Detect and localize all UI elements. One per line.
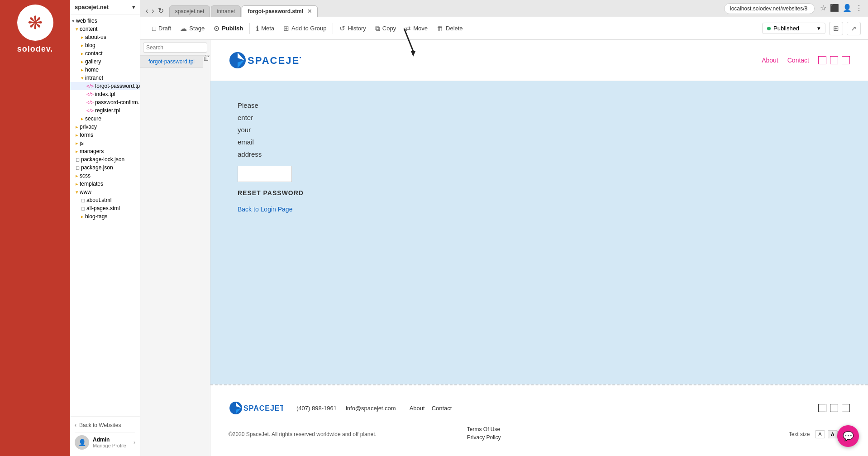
tree-item-js[interactable]: ▸ js [70, 139, 140, 147]
folder-icon: ▸ [81, 214, 84, 220]
account-icon[interactable]: 👤 [841, 2, 854, 14]
footer-spacejet-logo: SPACEJET [229, 399, 283, 417]
tree-item-blog[interactable]: ▸ blog [70, 41, 140, 49]
site-footer: SPACEJET (407) 898-1961 info@spacejet.co… [210, 384, 868, 456]
folder-icon: ▸ [81, 59, 84, 65]
nav-contact-link[interactable]: Contact [787, 57, 809, 64]
tree-label: all-pages.stml [86, 205, 120, 211]
back-to-websites-link[interactable]: ‹ Back to Websites [75, 420, 135, 430]
back-to-login-link[interactable]: Back to Login Page [238, 206, 841, 213]
back-button[interactable]: ‹ [144, 5, 150, 17]
reload-button[interactable]: ↻ [156, 5, 166, 17]
stage-button[interactable]: ☁ Stage [176, 22, 209, 35]
forward-button[interactable]: › [150, 5, 156, 17]
folder-icon: ▸ [76, 173, 78, 179]
label-line4: email [238, 138, 254, 146]
external-link-button[interactable]: ↗ [847, 22, 861, 35]
template-delete-button[interactable]: 🗑 [203, 54, 210, 62]
footer-phone: (407) 898-1961 [296, 405, 337, 412]
content-area: forgot-password.tpl 🗑 SPACEJET [140, 40, 868, 456]
tree-item-web-files[interactable]: ▾ web files [70, 17, 140, 25]
footer-terms-link[interactable]: Terms Of Use [467, 426, 501, 432]
move-button[interactable]: ⇄ Move [401, 22, 432, 35]
text-size-small-label: A [818, 432, 821, 437]
nav-about-link[interactable]: About [762, 57, 778, 64]
admin-avatar: 👤 [75, 435, 89, 450]
extensions-icon[interactable]: ⬛ [828, 2, 841, 14]
tree-item-all-pages-stml[interactable]: ◻ all-pages.stml [70, 204, 140, 212]
tree-item-secure[interactable]: ▸ secure [70, 115, 140, 123]
tree-item-about-us[interactable]: ▸ about-us [70, 33, 140, 41]
tree-item-contact[interactable]: ▸ contact [70, 49, 140, 58]
tree-item-www[interactable]: ▾ www [70, 188, 140, 196]
tree-item-intranet[interactable]: ▾ intranet [70, 74, 140, 82]
support-chat-button[interactable]: 💬 [837, 425, 859, 447]
tree-item-privacy[interactable]: ▸ privacy [70, 123, 140, 131]
menu-icon[interactable]: ⋮ [854, 2, 864, 14]
tab-spacejet[interactable]: spacejet.net [169, 5, 210, 17]
folder-icon: ▾ [76, 26, 78, 32]
draft-button[interactable]: □ Draft [148, 22, 176, 35]
label-line1: Please [238, 101, 258, 109]
file-icon: </> [86, 91, 94, 97]
logo-snowflake-icon: ❋ [28, 12, 43, 33]
nav-contact-label: Contact [787, 57, 809, 64]
publish-label: Publish [222, 25, 243, 32]
publish-button[interactable]: ⊙ Publish [209, 22, 248, 35]
reset-password-button[interactable]: RESET PASSWORD [238, 189, 304, 197]
footer-contact-link[interactable]: Contact [432, 405, 452, 412]
tree-item-index-tpl[interactable]: </> index.tpl [70, 90, 140, 98]
label-line5: address [238, 150, 262, 158]
copy-button[interactable]: ⧉ Copy [371, 22, 401, 35]
footer-privacy-link[interactable]: Privacy Policy [467, 434, 501, 441]
template-search-input[interactable] [143, 43, 207, 53]
tree-item-templates[interactable]: ▸ templates [70, 180, 140, 188]
bookmark-icon[interactable]: ☆ [818, 2, 828, 14]
tree-label: blog-tags [85, 213, 107, 220]
tree-item-forgot-password-tpl[interactable]: </> forgot-password.tp [70, 82, 140, 90]
label-line3: your [238, 126, 251, 134]
folder-icon: ▾ [76, 189, 78, 195]
folder-icon: ▸ [76, 140, 78, 146]
tree-item-gallery[interactable]: ▸ gallery [70, 58, 140, 66]
add-to-group-button[interactable]: ⊞ Add to Group [279, 22, 331, 35]
admin-profile[interactable]: 👤 Admin Manage Profile › [75, 432, 135, 452]
tree-item-package-json[interactable]: ◻ package.json [70, 163, 140, 172]
footer-privacy-label: Privacy Policy [467, 434, 501, 441]
browser-bar: ‹ › ↻ spacejet.net intranet forgot-passw… [140, 0, 868, 17]
tree-item-managers[interactable]: ▸ managers [70, 147, 140, 155]
history-button[interactable]: ↺ History [335, 22, 370, 35]
text-size-small-button[interactable]: A [815, 430, 825, 438]
footer-top: SPACEJET (407) 898-1961 info@spacejet.co… [229, 399, 850, 417]
delete-button[interactable]: 🗑 Delete [432, 22, 467, 35]
grid-view-button[interactable]: ⊞ [829, 22, 843, 35]
template-panel: forgot-password.tpl 🗑 [140, 40, 210, 456]
tree-item-content[interactable]: ▾ content [70, 25, 140, 33]
tree-label: www [80, 189, 91, 195]
tree-item-home[interactable]: ▸ home [70, 66, 140, 74]
footer-about-link[interactable]: About [410, 405, 425, 412]
add-to-group-label: Add to Group [291, 25, 326, 32]
status-dropdown[interactable]: Published ▾ [762, 23, 825, 34]
tab-intranet[interactable]: intranet [211, 5, 241, 17]
text-size-medium-button[interactable]: A [828, 430, 838, 438]
tab-label: spacejet.net [175, 8, 205, 14]
tree-item-forms[interactable]: ▸ forms [70, 131, 140, 139]
tree-item-about-stml[interactable]: ◻ about.stml [70, 196, 140, 204]
tab-close-icon[interactable]: ✕ [307, 8, 312, 14]
tree-item-password-confirm[interactable]: </> password-confirm... [70, 98, 140, 106]
file-icon: </> [86, 100, 94, 105]
url-bar[interactable]: localhost.solodev.net/websites/8 [724, 3, 815, 14]
tree-label: templates [80, 181, 103, 187]
sidebar-header[interactable]: spacejet.net ▾ [70, 0, 140, 14]
tree-item-package-lock[interactable]: ◻ package-lock.json [70, 155, 140, 163]
tree-item-blog-tags[interactable]: ▸ blog-tags [70, 212, 140, 221]
meta-button[interactable]: ℹ Meta [252, 22, 279, 35]
tab-forgot-password[interactable]: forgot-password.stml ✕ [242, 5, 318, 17]
folder-icon: ▸ [76, 181, 78, 187]
tree-item-register-tpl[interactable]: </> register.tpl [70, 106, 140, 115]
footer-logo: SPACEJET [229, 399, 283, 417]
email-input[interactable] [238, 166, 292, 182]
move-icon: ⇄ [405, 24, 411, 33]
tree-item-scss[interactable]: ▸ scss [70, 172, 140, 180]
